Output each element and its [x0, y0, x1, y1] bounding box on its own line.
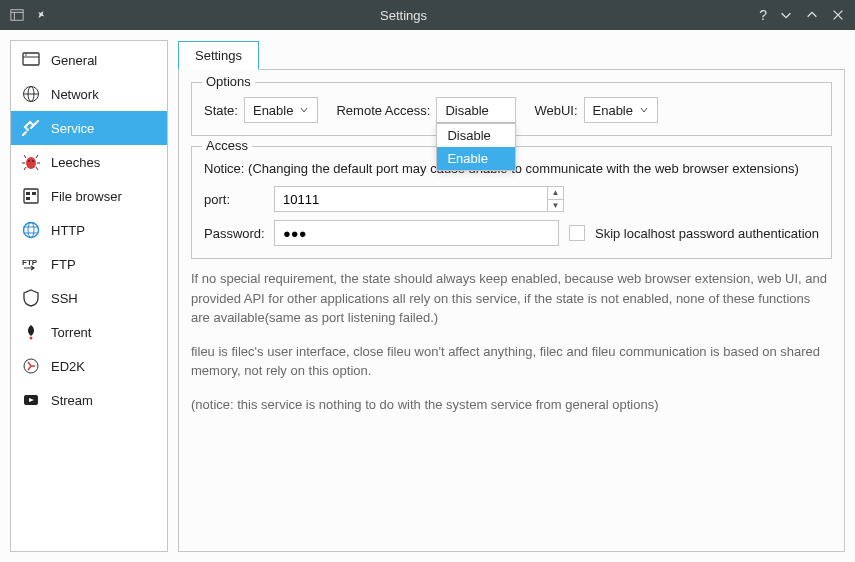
- sidebar-item-ssh[interactable]: SSH: [11, 281, 167, 315]
- service-icon: [21, 118, 41, 138]
- password-input[interactable]: [274, 220, 559, 246]
- torrent-icon: [21, 322, 41, 342]
- svg-point-10: [24, 133, 26, 135]
- port-spin-up[interactable]: ▲: [548, 187, 563, 200]
- svg-point-12: [28, 160, 30, 162]
- sidebar-item-stream[interactable]: Stream: [11, 383, 167, 417]
- state-label: State:: [204, 103, 238, 118]
- sidebar-item-label: SSH: [51, 291, 78, 306]
- info-paragraph-2: fileu is filec's user interface, close f…: [191, 342, 832, 381]
- svg-rect-16: [32, 192, 36, 195]
- app-menu-icon[interactable]: [10, 8, 24, 22]
- ed2k-icon: [21, 356, 41, 376]
- sidebar-item-label: Torrent: [51, 325, 91, 340]
- remote-access-label: Remote Access:: [336, 103, 430, 118]
- help-icon[interactable]: ?: [759, 7, 767, 23]
- sidebar-item-label: Stream: [51, 393, 93, 408]
- sidebar-item-label: ED2K: [51, 359, 85, 374]
- close-icon[interactable]: [831, 8, 845, 22]
- minimize-icon[interactable]: [779, 8, 793, 22]
- state-value: Enable: [253, 103, 293, 118]
- svg-rect-15: [26, 192, 30, 195]
- ssh-icon: [21, 288, 41, 308]
- sidebar-item-service[interactable]: Service: [11, 111, 167, 145]
- tab-settings[interactable]: Settings: [178, 41, 259, 70]
- options-group-title: Options: [202, 74, 255, 89]
- sidebar-item-ed2k[interactable]: ED2K: [11, 349, 167, 383]
- sidebar-item-label: Network: [51, 87, 99, 102]
- pin-icon[interactable]: [34, 8, 48, 22]
- sidebar-item-ftp[interactable]: FTP FTP: [11, 247, 167, 281]
- options-group: Options State: Enable Remote Access: Dis…: [191, 82, 832, 136]
- svg-point-13: [32, 160, 34, 162]
- sidebar-item-leeches[interactable]: Leeches: [11, 145, 167, 179]
- tab-panel: Options State: Enable Remote Access: Dis…: [178, 69, 845, 552]
- svg-rect-14: [24, 189, 38, 203]
- content-panel: Settings Options State: Enable Remote Ac…: [178, 40, 845, 552]
- file-browser-icon: [21, 186, 41, 206]
- remote-access-option-enable[interactable]: Enable: [437, 147, 515, 170]
- maximize-icon[interactable]: [805, 8, 819, 22]
- sidebar-item-label: HTTP: [51, 223, 85, 238]
- remote-access-dropdown: Disable Enable: [436, 123, 516, 171]
- sidebar-item-network[interactable]: Network: [11, 77, 167, 111]
- sidebar-item-general[interactable]: General: [11, 43, 167, 77]
- svg-point-11: [26, 157, 36, 169]
- info-block: If no special requirement, the state sho…: [191, 269, 832, 428]
- port-label: port:: [204, 192, 264, 207]
- chevron-down-icon: [299, 105, 309, 115]
- webui-label: WebUI:: [534, 103, 577, 118]
- leeches-icon: [21, 152, 41, 172]
- http-icon: [21, 220, 41, 240]
- stream-icon: [21, 390, 41, 410]
- port-input[interactable]: [275, 187, 547, 211]
- sidebar-item-label: File browser: [51, 189, 122, 204]
- general-icon: [21, 50, 41, 70]
- sidebar-item-label: Leeches: [51, 155, 100, 170]
- sidebar-item-label: FTP: [51, 257, 76, 272]
- svg-point-9: [36, 121, 38, 123]
- ftp-icon: FTP: [21, 254, 41, 274]
- webui-select[interactable]: Enable: [584, 97, 658, 123]
- svg-text:FTP: FTP: [22, 258, 38, 267]
- chevron-down-icon: [639, 105, 649, 115]
- svg-point-5: [25, 54, 27, 56]
- password-label: Password:: [204, 226, 264, 241]
- window-title: Settings: [48, 8, 759, 23]
- port-spin-down[interactable]: ▼: [548, 200, 563, 212]
- sidebar-item-label: General: [51, 53, 97, 68]
- skip-localhost-label: Skip localhost password authentication: [595, 226, 819, 241]
- skip-localhost-checkbox[interactable]: [569, 225, 585, 241]
- svg-rect-0: [11, 10, 23, 21]
- info-paragraph-1: If no special requirement, the state sho…: [191, 269, 832, 328]
- remote-access-value: Disable: [445, 103, 507, 118]
- info-paragraph-3: (notice: this service is nothing to do w…: [191, 395, 832, 415]
- access-group-title: Access: [202, 138, 252, 153]
- sidebar: General Network Service Leeches File bro…: [10, 40, 168, 552]
- network-icon: [21, 84, 41, 104]
- remote-access-option-disable[interactable]: Disable: [437, 124, 515, 147]
- svg-point-23: [30, 337, 33, 340]
- remote-access-select[interactable]: Disable Disable Enable: [436, 97, 516, 123]
- state-select[interactable]: Enable: [244, 97, 318, 123]
- webui-value: Enable: [593, 103, 633, 118]
- port-spinbox[interactable]: ▲ ▼: [274, 186, 564, 212]
- tab-row: Settings: [178, 40, 845, 69]
- svg-rect-17: [26, 197, 30, 200]
- svg-point-19: [28, 223, 34, 238]
- sidebar-item-torrent[interactable]: Torrent: [11, 315, 167, 349]
- sidebar-item-file-browser[interactable]: File browser: [11, 179, 167, 213]
- sidebar-item-label: Service: [51, 121, 94, 136]
- sidebar-item-http[interactable]: HTTP: [11, 213, 167, 247]
- svg-point-18: [24, 223, 39, 238]
- titlebar: Settings ?: [0, 0, 855, 30]
